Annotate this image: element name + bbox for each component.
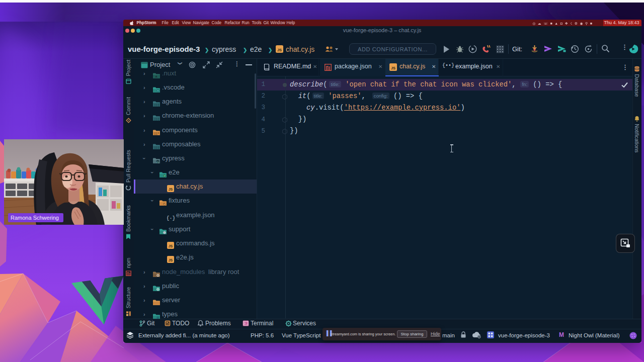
svg-text:JS: JS (168, 258, 173, 262)
svg-text:JS: JS (391, 66, 395, 70)
svg-text:JS: JS (168, 188, 173, 191)
svg-text:JS: JS (168, 244, 173, 248)
svg-text:{·}: {·} (167, 215, 175, 221)
svg-text:JS: JS (277, 48, 282, 52)
svg-text:cy: cy (156, 160, 159, 163)
